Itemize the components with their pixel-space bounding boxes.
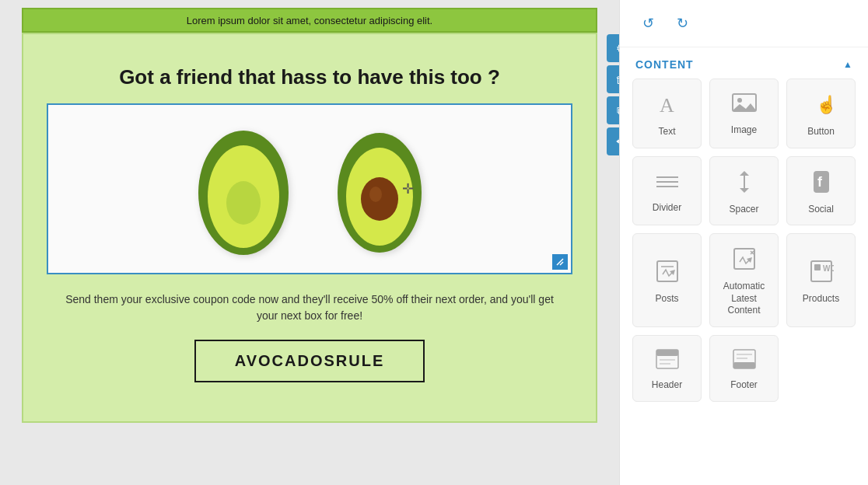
avocado-image <box>48 105 571 273</box>
right-panel: ↺ ↻ CONTENT ▲ A Text Image ☝ Button <box>619 0 868 485</box>
content-item-divider[interactable]: Divider <box>632 156 702 226</box>
email-top-bar: Lorem ipsum dolor sit amet, consectetur … <box>22 8 597 33</box>
undo-button[interactable]: ↺ <box>635 11 660 36</box>
email-body: ⚙ 🗑 ⧉ ✥ Got a friend that hass to have t… <box>22 33 597 423</box>
delete-button[interactable]: 🗑 <box>607 65 619 93</box>
svg-rect-28 <box>656 350 678 356</box>
image-icon <box>732 93 757 118</box>
social-icon: f <box>809 169 834 197</box>
content-item-posts[interactable]: Posts <box>632 233 702 327</box>
divider-label: Divider <box>653 202 681 215</box>
coupon-text: Send them your exclusive coupon code now… <box>62 291 557 324</box>
svg-rect-25 <box>814 264 821 270</box>
content-collapse-icon[interactable]: ▲ <box>843 59 852 70</box>
move-button[interactable]: ✥ <box>607 127 619 155</box>
button-icon: ☝ <box>809 92 834 120</box>
header-icon <box>655 348 680 373</box>
social-label: Social <box>808 204 834 216</box>
image-block[interactable]: ⚙ 🗑 ⧉ ✥ <box>47 103 572 274</box>
canvas-area: Lorem ipsum dolor sit amet, consectetur … <box>0 0 619 485</box>
alc-icon <box>732 246 757 274</box>
settings-button[interactable]: ⚙ <box>607 34 619 62</box>
posts-label: Posts <box>655 293 678 305</box>
content-item-button[interactable]: ☝ Button <box>786 79 856 148</box>
resize-handle[interactable] <box>552 254 568 270</box>
coupon-text-block: Send them your exclusive coupon code now… <box>47 281 572 332</box>
svg-marker-15 <box>740 171 749 176</box>
redo-button[interactable]: ↻ <box>670 11 695 36</box>
block-toolbar-right: ⚙ 🗑 ⧉ ✥ <box>607 34 619 155</box>
text-icon: A <box>655 92 680 120</box>
alc-label: Automatic Latest Content <box>716 281 772 317</box>
content-item-text[interactable]: A Text <box>632 79 702 148</box>
footer-label: Footer <box>730 379 758 392</box>
divider-icon <box>655 171 680 196</box>
svg-point-9 <box>737 98 742 103</box>
header-label: Header <box>652 379 682 392</box>
email-heading: Got a friend that hass to have this too … <box>54 65 565 89</box>
svg-rect-32 <box>733 362 755 368</box>
button-label: Button <box>807 126 835 138</box>
content-item-products[interactable]: WOO Products <box>786 233 856 327</box>
spacer-icon <box>732 169 757 197</box>
content-item-image[interactable]: Image <box>709 79 779 148</box>
products-label: Products <box>803 293 839 305</box>
avocado-right <box>329 121 430 257</box>
posts-icon <box>655 259 680 287</box>
email-wrapper: Lorem ipsum dolor sit amet, consectetur … <box>22 8 597 423</box>
svg-text:WOO: WOO <box>823 264 834 273</box>
content-header: CONTENT ▲ <box>620 47 868 79</box>
svg-marker-16 <box>740 188 749 193</box>
content-item-alc[interactable]: Automatic Latest Content <box>709 233 779 327</box>
text-label: Text <box>658 126 675 138</box>
content-item-footer[interactable]: Footer <box>709 335 779 402</box>
spacer-label: Spacer <box>729 204 758 216</box>
footer-icon <box>732 348 757 373</box>
content-item-spacer[interactable]: Spacer <box>709 156 779 226</box>
content-grid: A Text Image ☝ Button Divider <box>620 79 868 414</box>
svg-text:☝: ☝ <box>816 94 834 115</box>
content-item-header[interactable]: Header <box>632 335 702 402</box>
svg-point-6 <box>369 187 382 202</box>
heading-block: Got a friend that hass to have this too … <box>47 50 572 97</box>
svg-text:f: f <box>817 174 823 190</box>
svg-point-2 <box>226 181 261 225</box>
top-bar-text: Lorem ipsum dolor sit amet, consectetur … <box>187 15 432 26</box>
coupon-code-block: AVOCADOSRULE <box>47 332 572 398</box>
svg-text:A: A <box>660 94 674 117</box>
content-title: CONTENT <box>635 58 694 71</box>
content-item-social[interactable]: f Social <box>786 156 856 226</box>
coupon-code-button[interactable]: AVOCADOSRULE <box>194 340 425 382</box>
products-icon: WOO <box>809 259 834 287</box>
undo-redo-bar: ↺ ↻ <box>620 0 868 47</box>
avocado-left <box>189 119 298 259</box>
move-cursor: ✛ <box>402 180 414 197</box>
duplicate-button[interactable]: ⧉ <box>607 96 619 124</box>
image-label: Image <box>731 124 757 137</box>
